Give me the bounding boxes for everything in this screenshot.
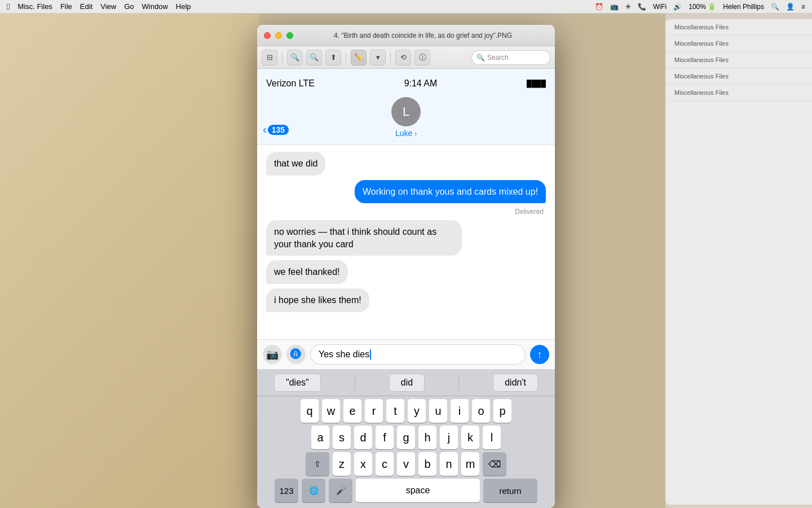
app-name: Misc. Files [17, 2, 52, 11]
menu-edit[interactable]: Edit [80, 2, 92, 11]
sidebar-toggle-button[interactable]: ⊟ [262, 50, 277, 65]
key-h[interactable]: h [418, 426, 436, 449]
menubar-airplay-icon[interactable]: 📺 [610, 3, 619, 11]
autocomplete-divider-2 [458, 375, 459, 391]
preview-titlebar: 4. "Birth and death coincide in life, as… [257, 25, 555, 46]
phone-statusbar: Verizon LTE 9:14 AM ████ [257, 69, 555, 94]
globe-key[interactable]: 🌐 [302, 479, 325, 502]
key-f[interactable]: f [376, 426, 394, 449]
back-count-badge: 135 [268, 125, 289, 135]
key-w[interactable]: w [322, 399, 340, 423]
key-y[interactable]: y [408, 399, 426, 423]
battery-icon: ████ [527, 80, 546, 87]
key-z[interactable]: z [333, 452, 351, 476]
menubar-wifi-icon[interactable]: WiFi [653, 3, 667, 11]
key-g[interactable]: g [397, 426, 415, 449]
key-o[interactable]: o [472, 399, 490, 423]
key-b[interactable]: b [418, 452, 436, 476]
menubar-battery: 100% 🔋 [689, 3, 716, 11]
menubar-bt-icon[interactable]: ✳ [625, 3, 631, 11]
preview-search-bar[interactable]: 🔍 Search [471, 50, 550, 65]
window-title: 4. "Birth and death coincide in life, as… [298, 32, 548, 40]
keyboard-row-2: a s d f g h j k l [257, 423, 555, 449]
misc-files-label-1: Miscellaneous Files [665, 19, 812, 36]
keyboard-row-4: 123 🌐 🎤 space return [257, 476, 555, 508]
menubar-phone-icon[interactable]: 📞 [638, 3, 646, 11]
key-m[interactable]: m [461, 452, 479, 476]
key-a[interactable]: a [311, 426, 329, 449]
autocomplete-item-3[interactable]: didn't [493, 374, 538, 392]
contact-name[interactable]: Luke › [395, 129, 417, 138]
shift-key[interactable]: ⇧ [306, 452, 329, 476]
key-u[interactable]: u [429, 399, 447, 423]
menubar-siri-icon[interactable]: 👤 [786, 3, 795, 11]
delete-key[interactable]: ⌫ [483, 452, 506, 476]
misc-files-label-3: Miscellaneous Files [665, 52, 812, 68]
rotate-button[interactable]: ⟲ [395, 50, 411, 65]
share-button[interactable]: ⬆ [325, 50, 341, 65]
zoom-out-button[interactable]: 🔍 [287, 50, 303, 65]
preview-toolbar: ⊟ 🔍 🔍 ⬆ ✏️ ▾ ⟲ ⓘ 🔍 Search [257, 46, 555, 69]
key-r[interactable]: r [365, 399, 383, 423]
minimize-window-button[interactable] [275, 32, 282, 39]
menubar-search-icon[interactable]: 🔍 [771, 3, 779, 11]
message-bubble-incoming-4: i hope she likes them! [266, 288, 369, 312]
menubar-volume-icon[interactable]: 🔊 [673, 3, 682, 11]
apple-logo-icon[interactable]:  [7, 2, 10, 11]
toolbar-separator-2 [346, 52, 346, 63]
key-k[interactable]: k [461, 426, 479, 449]
close-window-button[interactable] [264, 32, 271, 39]
maximize-window-button[interactable] [286, 32, 293, 39]
camera-icon: 📷 [266, 348, 279, 361]
key-d[interactable]: d [354, 426, 372, 449]
back-chevron-icon: ‹ [263, 123, 267, 136]
keyboard-row-1: q w e r t y u i o p [257, 396, 555, 423]
zoom-in-button[interactable]: 🔍 [306, 50, 322, 65]
menu-help[interactable]: Help [176, 2, 191, 11]
contact-avatar[interactable]: L [391, 97, 421, 126]
menu-file[interactable]: File [60, 2, 72, 11]
autocomplete-item-2[interactable]: did [389, 374, 425, 392]
menubar-user[interactable]: Helen Phillips [723, 3, 764, 11]
key-s[interactable]: s [333, 426, 351, 449]
key-v[interactable]: v [397, 452, 415, 476]
key-t[interactable]: t [386, 399, 404, 423]
key-j[interactable]: j [440, 426, 458, 449]
autocomplete-item-1[interactable]: "dies" [274, 374, 321, 392]
microphone-key[interactable]: 🎤 [329, 479, 352, 502]
send-button[interactable]: ↑ [530, 345, 549, 364]
message-input[interactable]: Yes she dies [310, 344, 526, 365]
key-x[interactable]: x [354, 452, 372, 476]
menubar-left:  Misc. Files File Edit View Go Window H… [7, 2, 191, 11]
toolbar-separator [282, 52, 283, 63]
key-c[interactable]: c [376, 452, 394, 476]
key-q[interactable]: q [301, 399, 319, 423]
app-store-button[interactable]: 🅐 [286, 345, 306, 364]
key-l[interactable]: l [483, 426, 501, 449]
key-i[interactable]: i [451, 399, 469, 423]
camera-button[interactable]: 📷 [263, 345, 282, 364]
key-p[interactable]: p [493, 399, 511, 423]
back-button[interactable]: ‹ 135 [263, 123, 289, 136]
menubar-right: ⏰ 📺 ✳ 📞 WiFi 🔊 100% 🔋 Helen Phillips 🔍 👤… [595, 3, 805, 11]
key-n[interactable]: n [440, 452, 458, 476]
info-button[interactable]: ⓘ [414, 50, 430, 65]
phone-content: Verizon LTE 9:14 AM ████ ‹ 135 L Luke › [257, 69, 555, 508]
return-key[interactable]: return [483, 479, 537, 502]
text-cursor [370, 349, 371, 360]
space-key[interactable]: space [356, 479, 480, 502]
numbers-key[interactable]: 123 [275, 479, 298, 502]
menu-view[interactable]: View [100, 2, 116, 11]
right-finder-panel: Miscellaneous Files Miscellaneous Files … [665, 19, 812, 505]
markup-dropdown-button[interactable]: ▾ [370, 50, 386, 65]
menubar-notification-icon[interactable]: ≡ [801, 3, 805, 11]
status-icons: ████ [527, 80, 546, 87]
misc-files-label-5: Miscellaneous Files [665, 85, 812, 101]
misc-files-label-2: Miscellaneous Files [665, 36, 812, 52]
menubar-time-machine-icon[interactable]: ⏰ [595, 3, 603, 11]
key-e[interactable]: e [343, 399, 361, 423]
delivered-status: Delivered [266, 208, 546, 216]
menu-go[interactable]: Go [124, 2, 134, 11]
menu-window[interactable]: Window [142, 2, 168, 11]
markup-button[interactable]: ✏️ [351, 50, 367, 65]
